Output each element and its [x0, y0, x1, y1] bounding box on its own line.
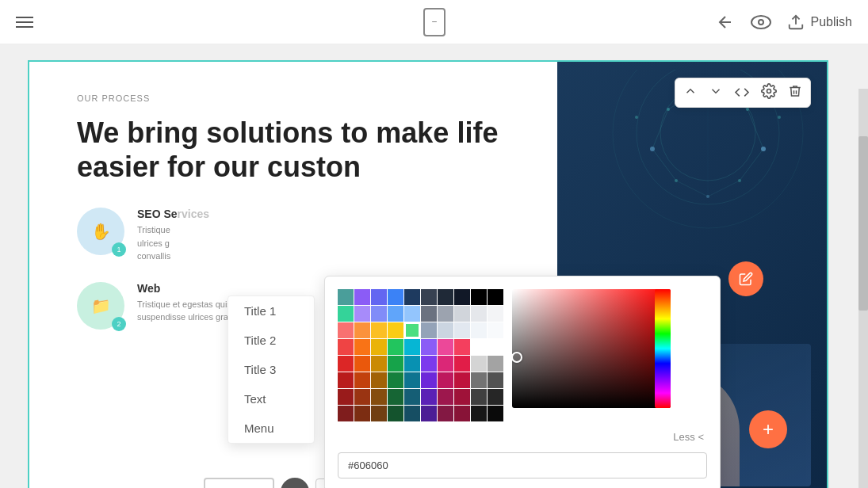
swatch-33[interactable] — [388, 339, 403, 355]
swatch-43[interactable] — [388, 356, 403, 372]
swatch-1[interactable] — [354, 289, 370, 305]
swatch-52[interactable] — [371, 372, 387, 388]
menu-dropdown-button[interactable]: Menu ▲ — [204, 478, 274, 488]
move-up-button[interactable] — [683, 84, 698, 101]
swatch-7[interactable] — [454, 289, 470, 305]
mobile-preview-icon[interactable] — [423, 8, 445, 36]
swatch-48[interactable] — [471, 356, 487, 372]
swatch-38[interactable] — [471, 339, 487, 355]
preview-button[interactable] — [751, 15, 771, 29]
swatch-34[interactable] — [404, 339, 420, 355]
swatch-65[interactable] — [421, 389, 437, 405]
swatch-58[interactable] — [471, 372, 487, 388]
swatch-39[interactable] — [488, 339, 503, 355]
swatch-78[interactable] — [471, 406, 487, 421]
swatch-40[interactable] — [338, 356, 354, 372]
swatch-29[interactable] — [488, 322, 503, 338]
swatch-75[interactable] — [421, 406, 437, 421]
dropdown-item-title3[interactable]: Title 3 — [228, 355, 314, 384]
swatch-15[interactable] — [421, 306, 437, 322]
swatch-49[interactable] — [488, 356, 503, 372]
swatch-57[interactable] — [454, 372, 470, 388]
swatch-45[interactable] — [421, 356, 437, 372]
delete-button[interactable] — [788, 83, 802, 102]
back-button[interactable] — [716, 13, 735, 32]
swatch-68[interactable] — [471, 389, 487, 405]
swatch-62[interactable] — [371, 389, 387, 405]
swatch-67[interactable] — [454, 389, 470, 405]
menu-button[interactable] — [16, 17, 33, 28]
dropdown-item-title2[interactable]: Title 2 — [228, 326, 314, 355]
swatch-53[interactable] — [388, 372, 403, 388]
swatch-37[interactable] — [454, 339, 470, 355]
swatch-55[interactable] — [421, 372, 437, 388]
swatch-2[interactable] — [371, 289, 387, 305]
swatch-6[interactable] — [438, 289, 453, 305]
swatch-23[interactable] — [388, 322, 403, 338]
gradient-picker[interactable] — [512, 289, 671, 408]
swatch-69[interactable] — [488, 389, 503, 405]
swatch-0[interactable] — [338, 289, 354, 305]
swatch-8[interactable] — [471, 289, 487, 305]
swatch-73[interactable] — [388, 406, 403, 421]
code-button[interactable] — [734, 85, 750, 101]
swatch-32[interactable] — [371, 339, 387, 355]
swatch-70[interactable] — [338, 406, 354, 421]
swatch-64[interactable] — [404, 389, 420, 405]
move-down-button[interactable] — [709, 84, 723, 101]
swatch-13[interactable] — [388, 306, 403, 322]
swatch-46[interactable] — [438, 356, 453, 372]
swatch-27[interactable] — [454, 322, 470, 338]
swatch-79[interactable] — [488, 406, 503, 421]
swatch-5[interactable] — [421, 289, 437, 305]
swatch-30[interactable] — [338, 339, 354, 355]
dropdown-item-menu1[interactable]: Menu — [228, 414, 314, 443]
swatch-72[interactable] — [371, 406, 387, 421]
swatch-42[interactable] — [371, 356, 387, 372]
swatch-9[interactable] — [488, 289, 503, 305]
dropdown-item-title1[interactable]: Title 1 — [228, 296, 314, 326]
swatch-59[interactable] — [488, 372, 503, 388]
swatch-19[interactable] — [488, 306, 503, 322]
swatch-26[interactable] — [438, 322, 453, 338]
swatch-16[interactable] — [438, 306, 453, 322]
swatch-24[interactable] — [404, 322, 420, 338]
swatch-35[interactable] — [421, 339, 437, 355]
swatch-28[interactable] — [471, 322, 487, 338]
swatch-76[interactable] — [438, 406, 453, 421]
swatch-44[interactable] — [404, 356, 420, 372]
swatch-10[interactable] — [338, 306, 354, 322]
swatch-20[interactable] — [338, 322, 354, 338]
swatch-22[interactable] — [371, 322, 387, 338]
hex-input[interactable] — [338, 452, 707, 478]
swatch-12[interactable] — [371, 306, 387, 322]
swatch-17[interactable] — [454, 306, 470, 322]
swatch-56[interactable] — [438, 372, 453, 388]
swatch-71[interactable] — [354, 406, 370, 421]
swatch-25[interactable] — [421, 322, 437, 338]
swatch-54[interactable] — [404, 372, 420, 388]
swatch-18[interactable] — [471, 306, 487, 322]
less-button[interactable]: Less < — [338, 431, 707, 443]
swatch-50[interactable] — [338, 372, 354, 388]
scrollbar-thumb[interactable] — [858, 136, 868, 311]
swatch-63[interactable] — [388, 389, 403, 405]
swatch-74[interactable] — [404, 406, 420, 421]
swatch-51[interactable] — [354, 372, 370, 388]
fab-edit-button[interactable] — [728, 261, 763, 296]
color-circle-button[interactable] — [281, 478, 309, 488]
swatch-66[interactable] — [438, 389, 453, 405]
swatch-3[interactable] — [388, 289, 403, 305]
swatch-61[interactable] — [354, 389, 370, 405]
hue-slider[interactable] — [655, 289, 671, 408]
swatch-14[interactable] — [404, 306, 420, 322]
swatch-11[interactable] — [354, 306, 370, 322]
fab-add-button[interactable]: + — [749, 410, 787, 448]
swatch-21[interactable] — [354, 322, 370, 338]
swatch-31[interactable] — [354, 339, 370, 355]
swatch-41[interactable] — [354, 356, 370, 372]
settings-button[interactable] — [761, 83, 777, 102]
swatch-60[interactable] — [338, 389, 354, 405]
swatch-77[interactable] — [454, 406, 470, 421]
swatch-36[interactable] — [438, 339, 453, 355]
